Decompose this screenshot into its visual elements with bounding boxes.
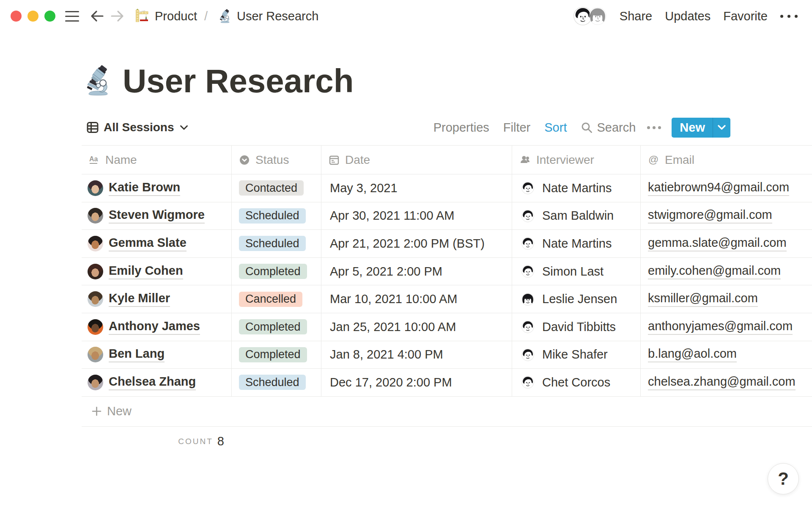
svg-text:Aa: Aa bbox=[89, 155, 98, 163]
svg-text:@: @ bbox=[648, 154, 658, 165]
